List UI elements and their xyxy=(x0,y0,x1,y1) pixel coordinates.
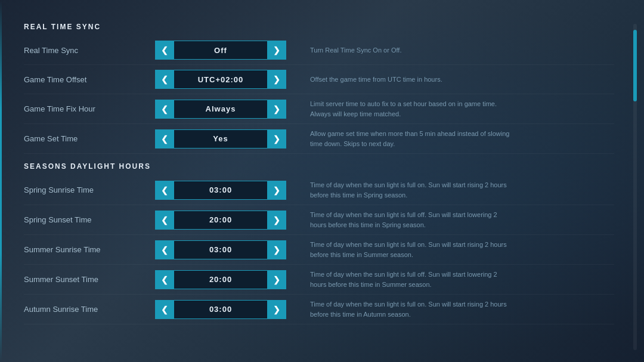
value-display-real-time-sync-toggle: Off xyxy=(174,41,267,60)
settings-container: REAL TIME SYNCReal Time Sync❮Off❯Turn Re… xyxy=(24,23,614,324)
arrow-right-autumn-sunrise-time[interactable]: ❯ xyxy=(267,300,286,319)
arrow-right-game-time-offset[interactable]: ❯ xyxy=(267,70,286,89)
setting-label-game-set-time: Game Set Time xyxy=(24,134,155,143)
setting-label-spring-sunset-time: Spring Sunset Time xyxy=(24,215,155,224)
setting-label-autumn-sunrise-time: Autumn Sunrise Time xyxy=(24,305,155,314)
arrow-left-summer-sunrise-time[interactable]: ❮ xyxy=(155,240,174,259)
arrow-right-game-set-time[interactable]: ❯ xyxy=(267,129,286,148)
value-display-game-set-time: Yes xyxy=(174,129,267,148)
setting-control-spring-sunrise-time: ❮03:00❯ xyxy=(155,181,286,200)
arrow-right-summer-sunset-time[interactable]: ❯ xyxy=(267,270,286,289)
value-display-spring-sunset-time: 20:00 xyxy=(174,211,267,230)
scrollbar-thumb[interactable] xyxy=(633,30,637,101)
section-header-seasons-daylight-hours: SEASONS DAYLIGHT HOURS xyxy=(24,162,614,171)
setting-label-summer-sunset-time: Summer Sunset Time xyxy=(24,275,155,284)
setting-description-autumn-sunrise-time: Time of day when the sun light is full o… xyxy=(286,299,513,319)
scrollbar-track[interactable] xyxy=(633,24,637,350)
setting-label-game-time-offset: Game Time Offset xyxy=(24,75,155,84)
setting-row-game-set-time: Game Set Time❮Yes❯Allow game set time wh… xyxy=(24,124,614,154)
setting-description-game-set-time: Allow game set time when more than 5 min… xyxy=(286,129,513,148)
setting-control-summer-sunrise-time: ❮03:00❯ xyxy=(155,240,286,259)
setting-control-spring-sunset-time: ❮20:00❯ xyxy=(155,211,286,230)
setting-control-autumn-sunrise-time: ❮03:00❯ xyxy=(155,300,286,319)
setting-description-spring-sunset-time: Time of day when the sun light is full o… xyxy=(286,210,513,230)
arrow-left-summer-sunset-time[interactable]: ❮ xyxy=(155,270,174,289)
setting-control-real-time-sync-toggle: ❮Off❯ xyxy=(155,41,286,60)
setting-description-summer-sunrise-time: Time of day when the sun light is full o… xyxy=(286,240,513,259)
section-header-real-time-sync: REAL TIME SYNC xyxy=(24,23,614,31)
setting-row-real-time-sync-toggle: Real Time Sync❮Off❯Turn Real Time Sync O… xyxy=(24,36,614,65)
arrow-right-spring-sunrise-time[interactable]: ❯ xyxy=(267,181,286,200)
arrow-left-spring-sunset-time[interactable]: ❮ xyxy=(155,211,174,230)
arrow-right-spring-sunset-time[interactable]: ❯ xyxy=(267,211,286,230)
arrow-right-real-time-sync-toggle[interactable]: ❯ xyxy=(267,41,286,60)
setting-row-game-time-fix-hour: Game Time Fix Hour❮Always❯Limit server t… xyxy=(24,94,614,124)
setting-row-autumn-sunrise-time: Autumn Sunrise Time❮03:00❯Time of day wh… xyxy=(24,295,614,324)
setting-description-real-time-sync-toggle: Turn Real Time Sync On or Off. xyxy=(286,45,513,55)
value-display-spring-sunrise-time: 03:00 xyxy=(174,181,267,200)
value-display-summer-sunrise-time: 03:00 xyxy=(174,240,267,259)
value-display-game-time-fix-hour: Always xyxy=(174,100,267,119)
setting-control-game-set-time: ❮Yes❯ xyxy=(155,129,286,148)
arrow-left-spring-sunrise-time[interactable]: ❮ xyxy=(155,181,174,200)
setting-label-real-time-sync-toggle: Real Time Sync xyxy=(24,46,155,55)
setting-description-summer-sunset-time: Time of day when the sun light is full o… xyxy=(286,270,513,289)
value-display-autumn-sunrise-time: 03:00 xyxy=(174,300,267,319)
setting-label-game-time-fix-hour: Game Time Fix Hour xyxy=(24,104,155,113)
arrow-left-real-time-sync-toggle[interactable]: ❮ xyxy=(155,41,174,60)
setting-control-game-time-fix-hour: ❮Always❯ xyxy=(155,100,286,119)
setting-description-spring-sunrise-time: Time of day when the sun light is full o… xyxy=(286,180,513,200)
setting-label-summer-sunrise-time: Summer Sunrise Time xyxy=(24,245,155,254)
setting-control-summer-sunset-time: ❮20:00❯ xyxy=(155,270,286,289)
setting-row-spring-sunset-time: Spring Sunset Time❮20:00❯Time of day whe… xyxy=(24,205,614,235)
setting-row-game-time-offset: Game Time Offset❮UTC+02:00❯Offset the ga… xyxy=(24,65,614,94)
value-display-summer-sunset-time: 20:00 xyxy=(174,270,267,289)
setting-row-spring-sunrise-time: Spring Sunrise Time❮03:00❯Time of day wh… xyxy=(24,175,614,205)
arrow-right-game-time-fix-hour[interactable]: ❯ xyxy=(267,100,286,119)
setting-row-summer-sunrise-time: Summer Sunrise Time❮03:00❯Time of day wh… xyxy=(24,235,614,265)
arrow-right-summer-sunrise-time[interactable]: ❯ xyxy=(267,240,286,259)
setting-control-game-time-offset: ❮UTC+02:00❯ xyxy=(155,70,286,89)
setting-label-spring-sunrise-time: Spring Sunrise Time xyxy=(24,185,155,194)
setting-row-summer-sunset-time: Summer Sunset Time❮20:00❯Time of day whe… xyxy=(24,265,614,295)
setting-description-game-time-fix-hour: Limit server time to auto fix to a set h… xyxy=(286,99,513,119)
arrow-left-autumn-sunrise-time[interactable]: ❮ xyxy=(155,300,174,319)
content-area: REAL TIME SYNCReal Time Sync❮Off❯Turn Re… xyxy=(24,12,626,362)
arrow-left-game-time-fix-hour[interactable]: ❮ xyxy=(155,100,174,119)
setting-description-game-time-offset: Offset the game time from UTC time in ho… xyxy=(286,75,513,85)
value-display-game-time-offset: UTC+02:00 xyxy=(174,70,267,89)
arrow-left-game-time-offset[interactable]: ❮ xyxy=(155,70,174,89)
arrow-left-game-set-time[interactable]: ❮ xyxy=(155,129,174,148)
main-container: REAL TIME SYNCReal Time Sync❮Off❯Turn Re… xyxy=(0,0,644,362)
